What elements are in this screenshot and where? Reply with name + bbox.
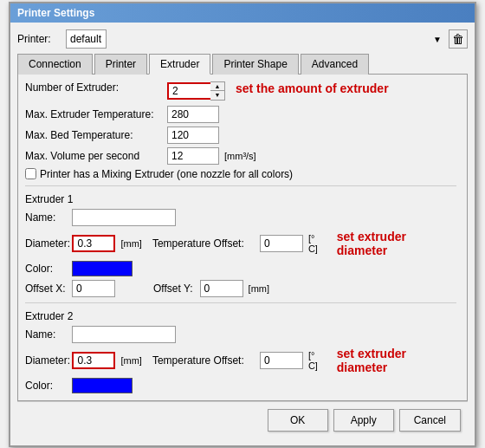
tab-advanced[interactable]: Advanced [301, 54, 369, 75]
printer-settings-window: Printer Settings Printer: default 🗑 Conn… [9, 2, 476, 447]
delete-printer-button[interactable]: 🗑 [449, 29, 468, 49]
printer-select[interactable]: default [66, 29, 107, 49]
separator-2 [25, 302, 456, 303]
printer-label: Printer: [17, 33, 61, 45]
extruder2-diameter-row: Diameter: 0.3 [mm] Temperature Offset: 0… [25, 347, 456, 374]
printer-select-wrapper: default [66, 29, 443, 49]
tabs: Connection Printer Extruder Printer Shap… [17, 54, 468, 75]
bottom-bar: OK Apply Cancel [17, 401, 468, 438]
max-bed-temp-input[interactable]: 120 [167, 127, 219, 144]
extruder1-temp-offset-unit: [° C] [308, 233, 327, 254]
extruder2-temp-offset-input[interactable]: 0 [260, 352, 303, 369]
extruder1-color-picker[interactable] [72, 261, 133, 276]
num-extruder-row: Number of Extruder: 2 ▲ ▼ set the amount… [25, 81, 456, 101]
extruder1-name-input[interactable] [72, 209, 176, 226]
spinner-down-button[interactable]: ▼ [210, 91, 224, 100]
separator-1 [25, 185, 456, 186]
extruder2-name-label: Name: [25, 328, 68, 341]
extruder2-section: Extruder 2 Name: Diameter: 0.3 [mm] Temp… [25, 310, 456, 393]
window-content: Printer: default 🗑 Connection Printer Ex… [10, 23, 475, 445]
spinner-up-button[interactable]: ▲ [210, 82, 224, 91]
extruder2-header: Extruder 2 [25, 310, 456, 322]
extruder1-offset-row: Offset X: 0 Offset Y: 0 [mm] [25, 280, 456, 297]
max-extruder-temp-label: Max. Extruder Temperature: [25, 108, 164, 120]
mixing-extruder-label: Printer has a Mixing Extruder (one nozzl… [40, 168, 293, 180]
mixing-extruder-row: Printer has a Mixing Extruder (one nozzl… [25, 168, 456, 180]
extruder1-temp-offset-input[interactable]: 0 [260, 235, 303, 252]
tab-extruder[interactable]: Extruder [149, 54, 210, 75]
tab-content: Number of Extruder: 2 ▲ ▼ set the amount… [17, 75, 468, 401]
max-bed-temp-label: Max. Bed Temperature: [25, 129, 164, 141]
extruder1-name-row: Name: [25, 209, 456, 226]
extruder2-name-row: Name: [25, 326, 456, 343]
extruder2-temp-offset-unit: [° C] [308, 350, 327, 371]
extruder1-header: Extruder 1 [25, 193, 456, 205]
extruder1-diameter-unit: [mm] [120, 238, 141, 249]
extruder1-offset-unit: [mm] [249, 283, 269, 294]
extruder1-offset-y-label: Offset Y: [153, 282, 193, 295]
extruder1-name-label: Name: [25, 211, 68, 224]
extruder2-color-picker[interactable] [72, 378, 133, 393]
extruder1-diameter-annotation: set extruder diameter [337, 230, 456, 257]
ok-button[interactable]: OK [268, 409, 328, 432]
titlebar-title: Printer Settings [17, 7, 94, 19]
printer-row: Printer: default 🗑 [17, 29, 468, 49]
extruder2-temp-offset-label: Temperature Offset: [152, 354, 256, 367]
extruder2-diameter-input[interactable]: 0.3 [72, 352, 115, 369]
num-extruder-annotation: set the amount of extruder [236, 81, 389, 95]
max-extruder-temp-input[interactable]: 280 [167, 106, 219, 123]
max-bed-temp-row: Max. Bed Temperature: 120 [25, 127, 456, 144]
scroll-area[interactable]: Number of Extruder: 2 ▲ ▼ set the amount… [25, 81, 460, 393]
extruder2-diameter-label: Diameter: [25, 354, 68, 367]
spinner-buttons: ▲ ▼ [210, 81, 225, 101]
mixing-extruder-checkbox[interactable] [25, 168, 36, 179]
extruder1-diameter-row: Diameter: 0.3 [mm] Temperature Offset: 0… [25, 230, 456, 257]
window-title: Printer Settings [17, 7, 94, 19]
max-volume-unit: [mm³/s] [224, 151, 256, 161]
extruder1-offset-x-input[interactable]: 0 [72, 280, 115, 297]
cancel-button[interactable]: Cancel [399, 409, 461, 432]
extruder1-section: Extruder 1 Name: Diameter: 0.3 [mm] Temp… [25, 193, 456, 297]
extruder1-diameter-label: Diameter: [25, 237, 68, 250]
max-volume-input[interactable]: 12 [167, 147, 219, 165]
extruder1-offset-y-input[interactable]: 0 [200, 280, 243, 297]
titlebar: Printer Settings [10, 3, 475, 23]
num-extruder-label: Number of Extruder: [25, 81, 164, 94]
max-volume-label: Max. Volume per second [25, 150, 164, 162]
extruder2-diameter-annotation: set extruder diameter [337, 347, 456, 374]
tab-printer[interactable]: Printer [94, 54, 147, 75]
extruder1-color-row: Color: [25, 261, 456, 276]
extruder2-diameter-unit: [mm] [120, 355, 141, 366]
extruder1-offset-x-label: Offset X: [25, 282, 68, 295]
extruder1-diameter-input[interactable]: 0.3 [72, 235, 115, 252]
extruder2-color-row: Color: [25, 378, 456, 393]
extruder1-color-label: Color: [25, 263, 68, 275]
extruder2-name-input[interactable] [72, 326, 176, 343]
extruder1-temp-offset-label: Temperature Offset: [152, 237, 256, 250]
max-volume-row: Max. Volume per second 12 [mm³/s] [25, 147, 456, 165]
apply-button[interactable]: Apply [333, 409, 394, 432]
extruder2-color-label: Color: [25, 380, 68, 392]
num-extruder-input[interactable]: 2 [167, 82, 210, 100]
max-extruder-temp-row: Max. Extruder Temperature: 280 [25, 106, 456, 123]
tab-printer-shape[interactable]: Printer Shape [212, 54, 298, 75]
tab-connection[interactable]: Connection [17, 54, 93, 75]
num-extruder-spinner: 2 ▲ ▼ [167, 81, 225, 101]
